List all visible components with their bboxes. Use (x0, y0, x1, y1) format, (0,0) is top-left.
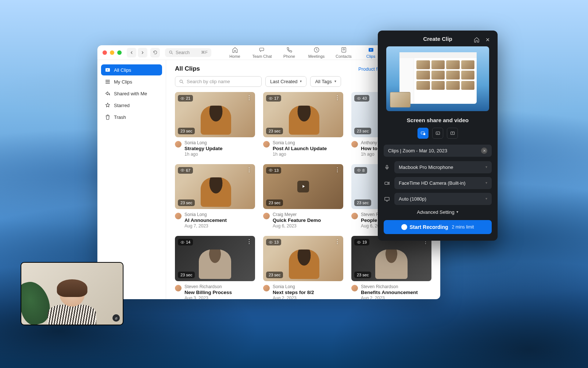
eye-icon (180, 168, 184, 172)
play-button[interactable] (386, 253, 397, 265)
clip-title: AI Announcement (184, 217, 227, 223)
clip-thumbnail[interactable]: 13 ⋮ 23 sec (263, 236, 343, 281)
start-recording-button[interactable]: Start Recording 2 mins limit (384, 220, 492, 234)
sidebar-item-label: Shared with Me (114, 91, 147, 96)
duration-badge: 23 sec (266, 199, 283, 206)
dropdown-label: Last Created (270, 79, 297, 84)
trash-icon (105, 114, 111, 120)
eye-icon (357, 168, 361, 172)
clip-menu-button[interactable]: ⋮ (246, 166, 252, 173)
clip-thumbnail[interactable]: 17 ⋮ 23 sec (263, 92, 343, 137)
window-minimize-button[interactable] (110, 50, 114, 55)
clip-card[interactable]: 67 ⋮ 23 sec Sonia Long AI Announcement A… (175, 164, 255, 229)
views-badge: 13 (266, 167, 281, 174)
clip-title: Quick Feature Demo (273, 217, 321, 223)
list-icon (105, 79, 111, 85)
clip-card[interactable]: 21 ⋮ 23 sec Sonia Long Strategy Update 1… (175, 92, 255, 157)
clip-thumbnail[interactable]: 67 ⋮ 23 sec (175, 164, 255, 209)
play-button[interactable] (209, 109, 221, 120)
star-icon (105, 102, 111, 108)
dropdown-label: All Tags (315, 79, 331, 84)
clip-card[interactable]: 13 ⋮ 23 sec Craig Meyer Quick Feature De… (263, 164, 343, 229)
display-select[interactable]: Auto (1080p) ▾ (394, 193, 492, 205)
clip-thumbnail[interactable]: 13 ⋮ 23 sec (263, 164, 343, 209)
advanced-settings-toggle[interactable]: Advanced Setting ▾ (384, 209, 492, 215)
views-count: 21 (186, 96, 190, 100)
tab-meetings[interactable]: Meetings (303, 46, 330, 59)
svg-point-11 (270, 98, 271, 99)
clip-card[interactable]: 19 ⋮ 23 sec Steven Richardson Benefits A… (351, 236, 431, 299)
tab-contacts[interactable]: Contacts (330, 46, 357, 59)
clip-menu-button[interactable]: ⋮ (334, 238, 340, 245)
nav-back-button[interactable] (127, 48, 136, 57)
sidebar-item-all-clips[interactable]: All Clips (101, 64, 162, 75)
author-avatar (263, 285, 270, 291)
views-badge: 8 (354, 167, 367, 174)
clip-card[interactable]: 14 ⋮ 23 sec Steven Richardson New Billin… (175, 236, 255, 299)
search-placeholder: Search by clip name (187, 79, 230, 84)
reload-button[interactable] (150, 48, 160, 57)
recording-preview (386, 46, 489, 111)
author-avatar (175, 213, 182, 219)
views-count: 19 (362, 240, 367, 244)
sidebar-item-shared[interactable]: Shared with Me (101, 88, 162, 99)
record-limit-label: 2 mins limit (452, 224, 474, 230)
display-icon (384, 196, 390, 202)
panel-close-button[interactable]: × (484, 36, 492, 44)
clip-menu-button[interactable]: ⋮ (246, 94, 252, 101)
camera-select[interactable]: FaceTime HD Camera (Built-in) ▾ (394, 177, 492, 189)
search-icon (169, 50, 173, 55)
sidebar-item-starred[interactable]: Starred (101, 100, 162, 111)
create-clip-panel: Create Clip × Screen share and video Cli… (378, 31, 498, 241)
clip-menu-button[interactable]: ⋮ (334, 94, 340, 101)
duration-badge: 23 sec (178, 272, 195, 278)
tab-home[interactable]: Home (222, 46, 248, 59)
clip-menu-button[interactable]: ⋮ (334, 166, 340, 173)
clip-search-input[interactable]: Search by clip name (175, 76, 262, 87)
select-value: FaceTime HD Camera (Built-in) (399, 180, 466, 186)
views-badge: 67 (178, 167, 193, 174)
tag-dropdown[interactable]: All Tags ▾ (310, 76, 341, 87)
webcam-pip-window[interactable]: ⌀ (21, 262, 123, 325)
play-button[interactable] (297, 181, 309, 192)
chevron-down-icon: ▾ (485, 181, 487, 185)
clip-thumbnail[interactable]: 14 ⋮ 23 sec (175, 236, 255, 281)
chevron-down-icon: ▾ (485, 197, 487, 201)
clip-card[interactable]: 13 ⋮ 23 sec Sonia Long Next steps for 8/… (263, 236, 343, 299)
views-badge: 21 (178, 95, 193, 102)
clip-menu-button[interactable]: ⋮ (246, 238, 252, 245)
sort-dropdown[interactable]: Last Created ▾ (265, 76, 306, 87)
mode-video-only[interactable] (447, 128, 458, 139)
play-button[interactable] (297, 109, 309, 120)
clear-name-button[interactable]: ✕ (481, 148, 487, 154)
record-icon (401, 224, 407, 230)
window-close-button[interactable] (103, 50, 107, 55)
nav-forward-button[interactable] (138, 48, 147, 57)
sidebar-item-label: All Clips (114, 67, 131, 73)
global-search-input[interactable]: Search ⌘F (165, 48, 211, 57)
chevron-down-icon: ▾ (300, 79, 302, 83)
microphone-select[interactable]: Macbook Pro Microphone ▾ (394, 161, 492, 173)
svg-point-12 (358, 98, 359, 99)
clip-timestamp: 1h ago (184, 152, 223, 157)
window-maximize-button[interactable] (117, 50, 122, 55)
pip-settings-button[interactable]: ⌀ (112, 314, 120, 322)
clip-thumbnail[interactable]: 21 ⋮ 23 sec (175, 92, 255, 137)
clip-card[interactable]: 17 ⋮ 23 sec Sonia Long Post AI Launch Up… (263, 92, 343, 157)
eye-icon (357, 96, 361, 100)
play-button[interactable] (209, 181, 221, 192)
tab-team-chat[interactable]: Team Chat (249, 46, 275, 59)
play-button[interactable] (297, 253, 309, 265)
mode-screen-only[interactable] (432, 128, 443, 139)
play-button[interactable] (209, 253, 221, 265)
clip-thumbnail[interactable]: 19 ⋮ 23 sec (351, 236, 431, 281)
clip-author: Steven Richardson (361, 284, 418, 289)
share-icon (105, 91, 111, 96)
panel-home-button[interactable] (473, 36, 481, 44)
clip-name-input[interactable]: Clips | Zoom - Mar 10, 2023 ✕ (384, 145, 492, 157)
clip-timestamp: Aug 7, 2023 (184, 223, 227, 229)
sidebar-item-my-clips[interactable]: My Clips (101, 76, 162, 87)
mode-screen-and-video[interactable] (417, 128, 429, 139)
sidebar-item-trash[interactable]: Trash (101, 112, 162, 123)
tab-phone[interactable]: Phone (276, 46, 302, 59)
